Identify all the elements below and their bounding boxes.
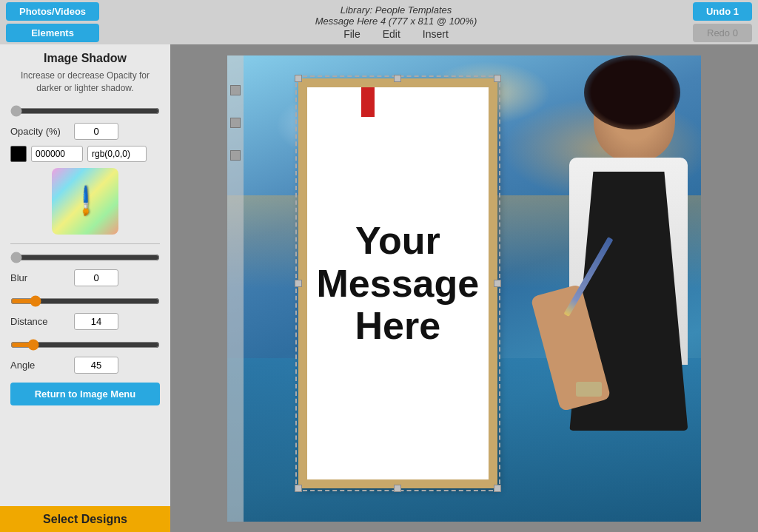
insert-menu[interactable]: Insert	[423, 28, 449, 40]
handle-mr[interactable]	[494, 280, 501, 287]
message-line1: Your	[355, 219, 440, 262]
handle-br[interactable]	[494, 485, 501, 492]
distance-input[interactable]	[74, 313, 118, 330]
distance-slider[interactable]	[10, 295, 160, 307]
distance-row: Distance	[10, 313, 160, 330]
message-line2: Message	[317, 262, 480, 305]
library-info: Library: People Templates Message Here 4…	[105, 4, 687, 27]
message-line3: Here	[355, 304, 441, 347]
angle-row: Angle	[10, 357, 160, 374]
hex-input[interactable]	[31, 146, 83, 162]
left-tool-strip	[227, 55, 244, 522]
angle-label: Angle	[10, 360, 70, 371]
panel-title: Image Shadow	[10, 52, 160, 65]
left-panel: Image Shadow Increase or decrease Opacit…	[0, 44, 170, 532]
opacity-label: Opacity (%)	[10, 126, 70, 137]
eyedropper-icon: 🖌️	[67, 183, 103, 219]
handle-ml[interactable]	[295, 280, 302, 287]
strip-handle-2[interactable]	[230, 118, 241, 128]
opacity-input[interactable]	[74, 123, 118, 140]
angle-input[interactable]	[74, 357, 118, 374]
top-bar: Photos/Videos Elements Library: People T…	[0, 0, 758, 44]
edit-menu[interactable]: Edit	[383, 28, 400, 40]
blur-slider[interactable]	[10, 252, 160, 263]
strip-handle-1[interactable]	[230, 85, 241, 95]
opacity-row: Opacity (%)	[10, 123, 160, 140]
photos-videos-button[interactable]: Photos/Videos	[6, 2, 99, 21]
distance-label: Distance	[10, 316, 70, 327]
top-center: Library: People Templates Message Here 4…	[105, 4, 687, 40]
undo-button[interactable]: Undo 1	[693, 2, 752, 21]
opacity-slider[interactable]	[10, 105, 160, 117]
sign-container[interactable]: Your Message Here	[298, 78, 497, 488]
panel-content: Image Shadow Increase or decrease Opacit…	[0, 44, 170, 506]
undo-redo-group: Undo 1 Redo 0	[693, 2, 752, 42]
return-to-image-menu-button[interactable]: Return to Image Menu	[10, 383, 160, 405]
redo-button: Redo 0	[693, 24, 752, 42]
color-picker[interactable]: 🖌️	[52, 168, 118, 235]
library-title-text: Library: People Templates	[341, 4, 452, 16]
blur-input[interactable]	[74, 269, 118, 286]
nav-buttons: Photos/Videos Elements	[6, 2, 99, 42]
handle-tr[interactable]	[494, 75, 501, 82]
angle-slider[interactable]	[10, 339, 160, 351]
select-designs-label: Select Designs	[43, 513, 127, 526]
select-designs-bar[interactable]: Select Designs	[0, 506, 170, 532]
color-row	[10, 146, 160, 162]
menu-bar: File Edit Insert	[105, 28, 687, 40]
strip-handle-3[interactable]	[230, 150, 241, 161]
handle-tm[interactable]	[394, 75, 401, 82]
handle-tl[interactable]	[295, 75, 302, 82]
file-menu[interactable]: File	[343, 28, 360, 40]
rgb-input[interactable]	[87, 146, 147, 162]
canvas-frame[interactable]: Your Message Here	[227, 55, 701, 522]
divider-1	[10, 243, 160, 244]
color-swatch[interactable]	[10, 146, 27, 162]
blur-row: Blur	[10, 269, 160, 286]
handle-bl[interactable]	[295, 485, 302, 492]
handle-bm[interactable]	[394, 485, 401, 492]
blur-label: Blur	[10, 272, 70, 283]
canvas-area: Your Message Here	[170, 44, 758, 532]
sign-text: Your Message Here	[307, 87, 489, 479]
message-text: Your Message Here	[317, 220, 480, 347]
main-area: Image Shadow Increase or decrease Opacit…	[0, 44, 758, 532]
panel-description: Increase or decrease Opacity for darker …	[10, 70, 160, 95]
message-info-text: Message Here 4 (777 x 811 @ 100%)	[315, 16, 477, 27]
elements-button[interactable]: Elements	[6, 24, 99, 42]
